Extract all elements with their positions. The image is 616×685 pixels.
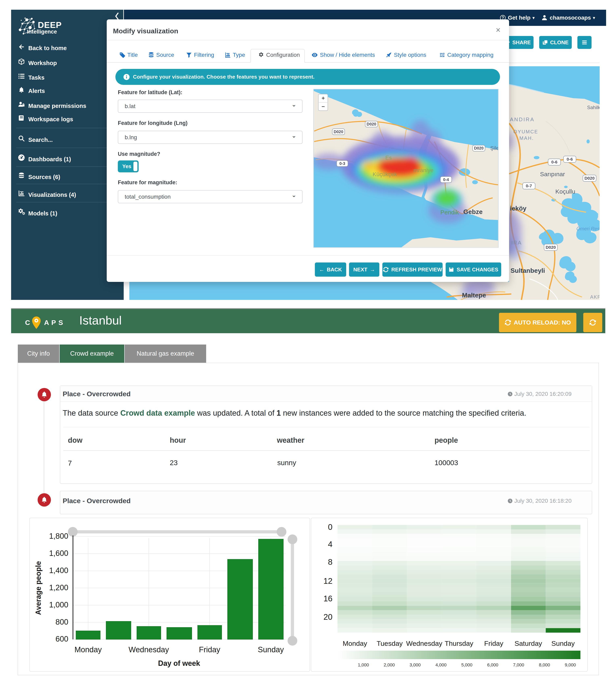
svg-text:2,000: 2,000	[383, 662, 395, 667]
svg-text:Monday: Monday	[343, 640, 367, 647]
svg-text:1,600: 1,600	[49, 549, 68, 557]
svg-text:D020: D020	[546, 245, 556, 249]
svg-text:Sultanbeyli: Sultanbeyli	[510, 267, 545, 274]
svg-text:Sunday: Sunday	[258, 645, 284, 654]
svg-text:7,000: 7,000	[513, 662, 524, 667]
svg-text:Küçükçek: Küçükçek	[373, 171, 397, 177]
svg-text:1,000: 1,000	[49, 600, 68, 609]
svg-text:0-4: 0-4	[443, 177, 449, 182]
svg-text:Es: Es	[386, 155, 392, 161]
svg-text:ieköy: ieköy	[510, 205, 526, 212]
svg-text:Monday: Monday	[74, 645, 102, 654]
svg-text:20: 20	[324, 613, 333, 621]
svg-text:0-7: 0-7	[526, 183, 532, 188]
svg-text:Sunday: Sunday	[551, 640, 575, 647]
svg-text:5,000: 5,000	[461, 662, 472, 667]
svg-text:Wednesday: Wednesday	[406, 640, 442, 647]
svg-text:Average people: Average people	[34, 561, 42, 615]
svg-text:3,000: 3,000	[410, 662, 421, 667]
svg-text:1,800: 1,800	[49, 532, 68, 540]
svg-text:1,200: 1,200	[49, 583, 68, 592]
svg-text:D020: D020	[367, 122, 376, 126]
svg-text:4,000: 4,000	[435, 662, 446, 667]
svg-text:AKFI: AKFI	[590, 294, 600, 300]
svg-text:Koçullu: Koçullu	[555, 188, 575, 195]
svg-text:IRA: IRA	[511, 240, 522, 246]
svg-text:0-3: 0-3	[339, 161, 345, 166]
svg-text:0-6: 0-6	[551, 160, 557, 164]
svg-text:800: 800	[56, 618, 68, 626]
svg-text:1,400: 1,400	[49, 566, 68, 575]
svg-text:0-6: 0-6	[567, 157, 573, 161]
svg-text:9,000: 9,000	[565, 662, 576, 667]
svg-text:Şile: Şile	[490, 145, 499, 151]
svg-text:6,000: 6,000	[487, 662, 498, 667]
svg-text:Wednesday: Wednesday	[129, 645, 169, 654]
svg-text:D020: D020	[334, 130, 343, 134]
svg-text:8,000: 8,000	[539, 662, 550, 667]
svg-text:Day of week: Day of week	[158, 659, 200, 667]
svg-text:Friday: Friday	[199, 645, 220, 654]
svg-text:1,000: 1,000	[358, 662, 369, 667]
svg-text:8: 8	[328, 557, 332, 567]
svg-text:Friday: Friday	[484, 640, 503, 647]
svg-text:MAH.: MAH.	[520, 135, 534, 141]
svg-text:Tuesday: Tuesday	[376, 640, 402, 647]
svg-text:0: 0	[328, 523, 332, 531]
svg-text:16: 16	[324, 594, 333, 603]
svg-text:Gebze: Gebze	[463, 208, 483, 215]
svg-text:D020: D020	[474, 146, 484, 150]
svg-text:Pendik: Pendik	[440, 209, 459, 216]
svg-text:Saturday: Saturday	[514, 640, 542, 647]
svg-text:Sahilk: Sahilk	[587, 105, 600, 110]
svg-text:Ömeri Rese: Ömeri Rese	[576, 226, 600, 231]
svg-text:Maltepe: Maltepe	[462, 292, 486, 299]
svg-text:Thursday: Thursday	[445, 640, 473, 647]
svg-text:600: 600	[56, 635, 68, 643]
svg-text:12: 12	[324, 576, 333, 585]
svg-text:Sarıpınar: Sarıpınar	[540, 171, 565, 177]
svg-text:mraniye: mraniye	[414, 167, 434, 173]
svg-text:ANDIRA: ANDIRA	[510, 116, 534, 123]
svg-text:4: 4	[328, 540, 332, 549]
svg-text:D020: D020	[585, 176, 595, 180]
svg-text:OYUMCE: OYUMCE	[513, 129, 538, 134]
